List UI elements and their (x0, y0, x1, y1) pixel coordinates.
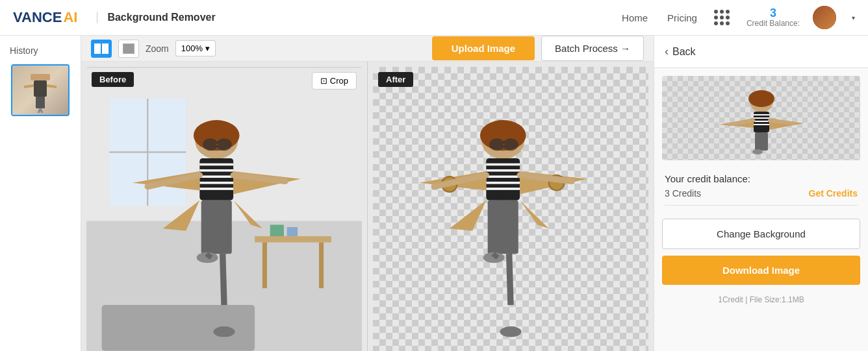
svg-rect-14 (319, 243, 324, 289)
svg-rect-12 (255, 236, 331, 242)
credit-amount: 3 Credits (665, 188, 701, 199)
svg-marker-65 (520, 200, 549, 229)
preview-svg (696, 79, 826, 157)
logo-vance: VANCE (13, 9, 62, 26)
get-credits-link[interactable]: Get Credits (809, 188, 858, 199)
after-label: After (378, 72, 413, 87)
logo: VANCEAI (13, 9, 77, 26)
back-bar[interactable]: ‹ Back (654, 36, 868, 68)
apps-icon[interactable] (710, 6, 734, 29)
svg-rect-13 (262, 243, 267, 289)
crop-button[interactable]: ⊡ Crop (312, 72, 357, 90)
crop-label: Crop (330, 76, 348, 86)
preview-checkered (662, 76, 860, 160)
avatar-image (813, 6, 836, 29)
svg-point-78 (752, 149, 763, 154)
nav: Home Pricing (622, 12, 697, 23)
center-area: Zoom 100% ▾ Upload Image Batch Process →… (81, 36, 654, 351)
svg-point-21 (216, 138, 232, 151)
dual-view-button[interactable] (91, 40, 112, 58)
svg-line-62 (494, 254, 497, 258)
thumb-svg (18, 67, 63, 113)
svg-line-6 (40, 108, 42, 113)
zoom-select[interactable]: 100% ▾ (175, 40, 216, 56)
history-thumbnail[interactable] (11, 64, 70, 116)
credit-row: 3 Credits Get Credits (665, 188, 858, 206)
credit-title: Your credit balance: (665, 173, 858, 184)
single-view-button[interactable] (118, 40, 139, 58)
action-buttons: Change Background Download Image (654, 211, 868, 293)
download-image-button[interactable]: Download Image (662, 256, 860, 285)
credit-balance-label: Credit Balance: (747, 19, 800, 28)
svg-rect-35 (201, 200, 232, 254)
history-label: History (0, 42, 48, 59)
credit-number: 3 (770, 7, 776, 19)
svg-rect-16 (287, 227, 298, 236)
change-background-button[interactable]: Change Background (662, 219, 860, 249)
svg-rect-1 (34, 80, 47, 97)
after-svg (373, 67, 648, 351)
credit-balance: 3 Credit Balance: (747, 7, 800, 28)
zoom-label: Zoom (146, 43, 169, 54)
file-info: 1Credit | File Size:1.1MB (654, 293, 868, 307)
svg-rect-77 (755, 132, 768, 151)
editor-area: Before ⊡ Crop (81, 62, 654, 351)
svg-point-45 (503, 138, 518, 151)
svg-point-61 (500, 326, 522, 337)
after-image (373, 67, 648, 351)
svg-rect-17 (102, 305, 255, 351)
single-view-icon (123, 43, 134, 54)
before-panel: Before ⊡ Crop (81, 62, 367, 351)
batch-process-button[interactable]: Batch Process → (541, 36, 644, 61)
svg-line-39 (223, 254, 224, 305)
main-layout: History (0, 36, 868, 351)
before-svg (86, 67, 362, 351)
dual-view-icon (94, 43, 108, 54)
nav-pricing[interactable]: Pricing (667, 12, 697, 23)
zoom-dropdown-icon: ▾ (205, 43, 210, 53)
preview-box (662, 76, 860, 160)
crop-icon: ⊡ (320, 76, 327, 86)
sidebar: History (0, 36, 81, 351)
svg-point-44 (489, 138, 505, 151)
header: VANCEAI Background Remover Home Pricing … (0, 0, 868, 36)
svg-point-67 (748, 90, 774, 107)
toolbar: Zoom 100% ▾ Upload Image Batch Process → (81, 36, 654, 62)
before-image (86, 67, 362, 351)
nav-home[interactable]: Home (622, 12, 648, 23)
app-name: Background Remover (97, 12, 215, 23)
svg-line-3 (47, 86, 57, 87)
chevron-down-icon[interactable]: ▾ (852, 14, 855, 21)
svg-rect-0 (31, 74, 50, 80)
back-arrow-icon: ‹ (665, 45, 669, 58)
credit-info: Your credit balance: 3 Credits Get Credi… (654, 168, 868, 211)
svg-line-2 (24, 86, 34, 87)
thumb-inner (12, 66, 68, 115)
before-label: Before (92, 72, 134, 87)
svg-rect-4 (36, 97, 45, 108)
zoom-value: 100% (181, 43, 203, 53)
svg-rect-59 (488, 200, 518, 254)
apps-grid-icon (714, 10, 730, 25)
svg-rect-15 (270, 224, 284, 236)
avatar[interactable] (813, 6, 836, 29)
svg-point-37 (214, 326, 235, 337)
svg-line-63 (509, 254, 511, 305)
logo-ai: AI (63, 9, 77, 26)
after-panel: After (368, 62, 654, 351)
right-panel: ‹ Back (654, 36, 868, 351)
svg-marker-64 (450, 200, 487, 231)
back-label: Back (672, 46, 696, 58)
svg-point-20 (203, 138, 218, 151)
svg-line-38 (207, 254, 211, 258)
upload-image-button[interactable]: Upload Image (432, 36, 535, 60)
